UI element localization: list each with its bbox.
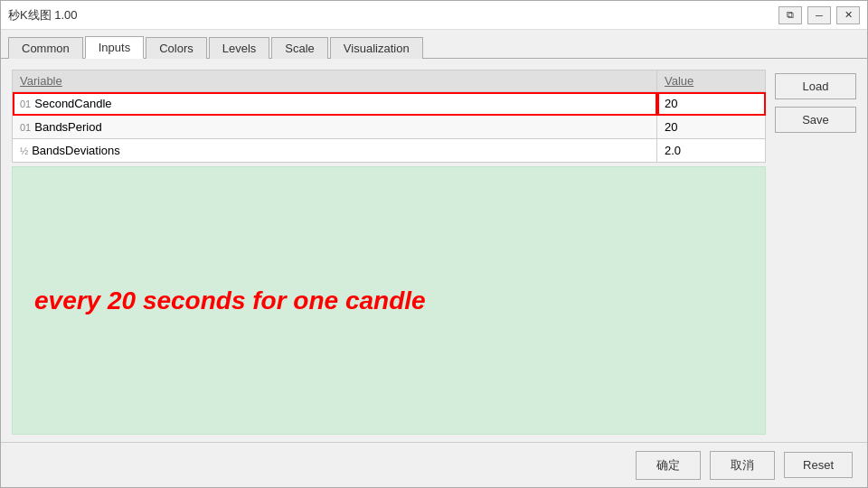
close-button[interactable]: ✕: [836, 6, 860, 24]
cell-value[interactable]: 20: [657, 116, 766, 139]
variables-table: Variable Value 01SecondCandle2001BandsPe…: [12, 70, 766, 163]
confirm-button[interactable]: 确定: [636, 451, 701, 480]
restore-button[interactable]: ⧉: [778, 6, 802, 24]
cell-value[interactable]: 20: [657, 92, 766, 116]
load-button[interactable]: Load: [775, 73, 856, 99]
window-title: 秒K线图 1.00: [8, 7, 78, 23]
table-section: Variable Value 01SecondCandle2001BandsPe…: [12, 70, 766, 435]
column-header-value: Value: [657, 70, 766, 92]
cell-variable: 01SecondCandle: [13, 92, 657, 116]
cell-variable: 01BandsPeriod: [13, 116, 657, 139]
row-icon: 01: [20, 99, 31, 109]
tab-levels[interactable]: Levels: [209, 37, 270, 59]
reset-button[interactable]: Reset: [784, 452, 853, 478]
tabs-bar: Common Inputs Colors Levels Scale Visual…: [1, 30, 867, 59]
table-row[interactable]: ½BandsDeviations2.0: [13, 139, 766, 163]
content-area: Variable Value 01SecondCandle2001BandsPe…: [1, 59, 867, 442]
tab-common[interactable]: Common: [8, 37, 83, 59]
info-box: every 20 seconds for one candle: [12, 166, 766, 435]
tab-colors[interactable]: Colors: [146, 37, 207, 59]
tab-visualization[interactable]: Visualization: [330, 37, 423, 59]
cell-variable: ½BandsDeviations: [13, 139, 657, 163]
info-text: every 20 seconds for one candle: [34, 286, 426, 315]
table-row[interactable]: 01BandsPeriod20: [13, 116, 766, 139]
window-controls: ⧉ ─ ✕: [778, 6, 860, 24]
bottom-bar: 确定 取消 Reset: [1, 442, 867, 487]
cell-value[interactable]: 2.0: [657, 139, 766, 163]
row-icon: 01: [20, 122, 31, 133]
column-header-variable: Variable: [13, 70, 657, 92]
tab-scale[interactable]: Scale: [271, 37, 328, 59]
minimize-button[interactable]: ─: [807, 6, 831, 24]
save-button[interactable]: Save: [775, 107, 856, 133]
tab-inputs[interactable]: Inputs: [85, 36, 144, 59]
main-window: 秒K线图 1.00 ⧉ ─ ✕ Common Inputs Colors Lev…: [0, 0, 868, 488]
row-icon: ½: [20, 145, 28, 156]
sidebar-buttons: Load Save: [775, 70, 856, 435]
title-bar: 秒K线图 1.00 ⧉ ─ ✕: [1, 1, 867, 30]
table-row[interactable]: 01SecondCandle20: [13, 92, 766, 116]
cancel-button[interactable]: 取消: [710, 451, 775, 480]
